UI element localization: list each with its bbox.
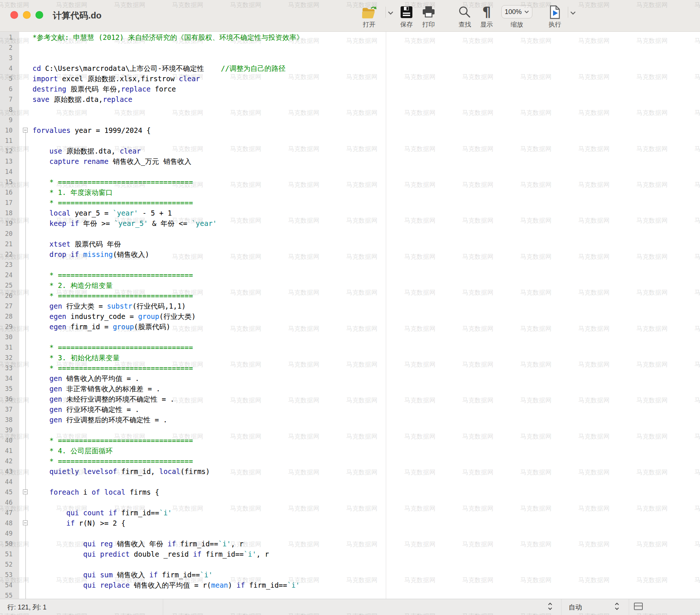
show-label: 显示: [480, 20, 493, 29]
code-line[interactable]: 34 gen 销售收入的平均值 = .: [0, 373, 700, 384]
code-line[interactable]: 24 * ================================: [0, 270, 700, 280]
code-text: *参考文献: 申慧慧 (2012) 来自经济研究的《国有股权、环境不确定性与投资…: [32, 32, 303, 42]
code-line[interactable]: 30: [0, 332, 700, 342]
fold-cell: [19, 446, 32, 456]
code-line[interactable]: 38 gen 行业调整后的环境不确定性 = .: [0, 415, 700, 425]
status-popup-button[interactable]: [548, 602, 553, 612]
find-button[interactable]: 查找: [458, 4, 471, 29]
code-line[interactable]: 27 gen 行业大类 = substr(行业代码,1,1): [0, 301, 700, 311]
code-line[interactable]: 15 * ================================: [0, 177, 700, 187]
minimize-window-button[interactable]: [23, 11, 31, 19]
code-line[interactable]: 43 quietly levelsof firm_id, local(firms…: [0, 466, 700, 477]
line-number: 4: [0, 63, 19, 73]
code-line[interactable]: 48 if r(N) >= 2 {: [0, 518, 700, 528]
fold-cell: [19, 477, 32, 487]
code-line[interactable]: 14: [0, 166, 700, 177]
code-line[interactable]: 11: [0, 135, 700, 146]
code-line[interactable]: 51 qui predict double _resid if firm_id=…: [0, 549, 700, 559]
code-line[interactable]: 5import excel 原始数据.xlsx,firstrow clear: [0, 73, 700, 84]
code-line[interactable]: 52: [0, 559, 700, 570]
fold-cell: [19, 487, 32, 497]
fold-toggle-icon[interactable]: [23, 520, 28, 525]
fold-toggle-icon[interactable]: [23, 489, 28, 494]
code-line[interactable]: 19 keep if 年份 >= `year_5' & 年份 <= `year': [0, 218, 700, 229]
open-label: 打开: [361, 20, 377, 29]
fold-cell: [19, 125, 32, 135]
window-controls: [10, 11, 43, 19]
auto-mode-select[interactable]: 自动: [569, 603, 582, 612]
code-line[interactable]: 46: [0, 497, 700, 508]
fold-cell: [19, 63, 32, 73]
code-line[interactable]: 54 qui replace 销售收入的平均值 = r(mean) if fir…: [0, 580, 700, 590]
code-line[interactable]: 22 drop if missing(销售收入): [0, 249, 700, 260]
code-line[interactable]: 12 use 原始数据.dta, clear: [0, 146, 700, 156]
code-line[interactable]: 2: [0, 42, 700, 53]
code-line[interactable]: 17 * ================================: [0, 197, 700, 208]
code-line[interactable]: 49: [0, 528, 700, 539]
line-number: 48: [0, 518, 19, 528]
line-number: 33: [0, 363, 19, 373]
code-line[interactable]: 55: [0, 590, 700, 599]
code-line[interactable]: 45 foreach i of local firms {: [0, 487, 700, 497]
code-line[interactable]: 21 xtset 股票代码 年份: [0, 239, 700, 249]
auto-mode-popup-button[interactable]: [614, 602, 620, 612]
show-button[interactable]: ¶ 显示: [480, 4, 493, 29]
code-line[interactable]: 8: [0, 104, 700, 115]
code-line[interactable]: 7save 原始数据.dta,replace: [0, 94, 700, 104]
open-button[interactable]: 打开: [361, 4, 377, 29]
code-line[interactable]: 9: [0, 115, 700, 125]
zoom-window-button[interactable]: [35, 11, 43, 19]
code-line[interactable]: 35 gen 非正常销售收入的标准差 = .: [0, 384, 700, 394]
execute-button[interactable]: 执行: [549, 4, 561, 29]
code-line[interactable]: 16 * 1. 年度滚动窗口: [0, 187, 700, 197]
print-button[interactable]: 打印: [422, 4, 436, 29]
code-line[interactable]: 20: [0, 229, 700, 239]
code-line[interactable]: 31 * ================================: [0, 342, 700, 353]
panel-toggle-button[interactable]: [634, 602, 643, 612]
fold-toggle-icon[interactable]: [23, 128, 28, 133]
code-line[interactable]: 41 * 4. 公司层面循环: [0, 446, 700, 456]
code-line[interactable]: 44: [0, 477, 700, 487]
line-number: 36: [0, 394, 19, 404]
code-line[interactable]: 53 qui sum 销售收入 if firm_id==`i': [0, 570, 700, 580]
code-text: gen 未经行业调整的环境不确定性 = .: [32, 394, 174, 404]
execute-dropdown-chevron-icon[interactable]: [570, 10, 576, 16]
code-line[interactable]: 18 local year_5 = `year' - 5 + 1: [0, 208, 700, 218]
open-dropdown-chevron-icon[interactable]: [388, 10, 394, 16]
code-line[interactable]: 40 * ================================: [0, 435, 700, 446]
code-line[interactable]: 29 egen firm_id = group(股票代码): [0, 322, 700, 332]
code-text: capture rename 销售收入_万元 销售收入: [32, 156, 191, 166]
code-line[interactable]: 3: [0, 53, 700, 63]
code-line[interactable]: 13 capture rename 销售收入_万元 销售收入: [0, 156, 700, 166]
zoom-select[interactable]: 100%: [501, 5, 532, 18]
code-line[interactable]: 25 * 2. 构造分组变量: [0, 280, 700, 291]
code-line[interactable]: 1*参考文献: 申慧慧 (2012) 来自经济研究的《国有股权、环境不确定性与投…: [0, 32, 700, 42]
fold-cell: [19, 280, 32, 291]
fold-cell: [19, 363, 32, 373]
code-line[interactable]: 47 qui count if firm_id==`i': [0, 508, 700, 518]
code-text: gen 行业大类 = substr(行业代码,1,1): [32, 301, 186, 311]
fold-cell: [19, 177, 32, 187]
code-line[interactable]: 36 gen 未经行业调整的环境不确定性 = .: [0, 394, 700, 404]
close-window-button[interactable]: [10, 11, 18, 19]
save-button[interactable]: 保存: [400, 4, 413, 29]
code-line[interactable]: 50 qui reg 销售收入 年份 if firm_id==`i', r: [0, 539, 700, 549]
code-text: cd C:\Users\marcrodata\上市公司-环境不确定性 //调整为…: [32, 63, 285, 73]
code-line[interactable]: 6destring 股票代码 年份,replace force: [0, 84, 700, 94]
code-line[interactable]: 4cd C:\Users\marcrodata\上市公司-环境不确定性 //调整…: [0, 63, 700, 73]
code-line[interactable]: 10forvalues year = 1999/2024 {: [0, 125, 700, 135]
code-line[interactable]: 28 egen industry_code = group(行业大类): [0, 311, 700, 322]
code-text: * 1. 年度滚动窗口: [32, 187, 113, 197]
fold-cell: [19, 549, 32, 559]
code-line[interactable]: 33 * ================================: [0, 363, 700, 373]
code-line[interactable]: 32 * 3. 初始化结果变量: [0, 353, 700, 363]
code-text: * ================================: [32, 342, 193, 353]
code-line[interactable]: 37 gen 行业环境不确定性 = .: [0, 404, 700, 415]
code-editor[interactable]: 1*参考文献: 申慧慧 (2012) 来自经济研究的《国有股权、环境不确定性与投…: [0, 32, 700, 599]
code-line[interactable]: 39: [0, 425, 700, 435]
code-line[interactable]: 42 * ================================: [0, 456, 700, 466]
code-line[interactable]: 23: [0, 260, 700, 270]
up-down-chevrons-icon: [614, 602, 620, 610]
code-text: keep if 年份 >= `year_5' & 年份 <= `year': [32, 218, 217, 229]
code-line[interactable]: 26 * ================================: [0, 291, 700, 301]
